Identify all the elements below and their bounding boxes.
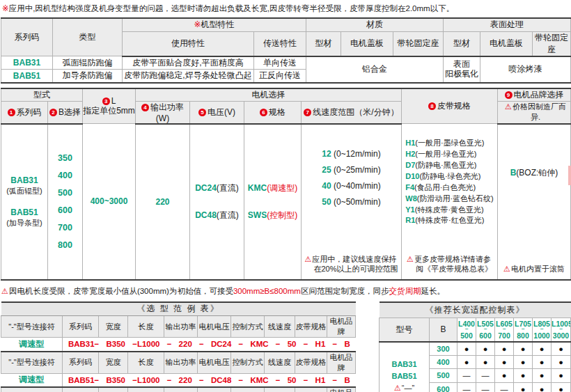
example-header-row: "-"型号连接符系列码 宽度长度 输出功率电机电压 控制方式线速度 皮带规格电机… (1, 387, 356, 392)
col-type: 类型 (53, 18, 123, 56)
catalog-spec-page: ※应用中,因机型结构强度及机身变型量的问题，选型时请勿超出负载及长宽,因皮带转弯… (0, 0, 571, 392)
length-range-cell: 400~3000 (83, 124, 136, 280)
col-belt-spec: 8皮带规格 (402, 88, 498, 124)
model-string: BAB51− B350 −L1000 − 220 − DC48 − KMC − … (63, 373, 356, 387)
ordering-table: 型式 3L 指定单位5mm 电机选择 8皮带规格 9电机品牌选择 1系列码 2B… (1, 88, 571, 281)
spec-cell: KMC(调速型) SWS(控制型) (244, 124, 302, 280)
circled-5-icon: 5 (198, 109, 206, 116)
type-value: 加导条防跑偏 (53, 70, 123, 83)
transfer-feature-value: 单向传送 (254, 56, 306, 70)
circled-6-icon: 6 (260, 109, 267, 116)
col-pulley-seat: 带轮固定座 (533, 31, 571, 56)
series-bab31: BAB31 (1, 175, 47, 187)
motor-brand-note: ⚠电机内置于滚筒 (503, 264, 565, 279)
col-voltage: 5电压(V) (190, 101, 244, 124)
col-length: 3L 指定单位5mm (83, 88, 136, 124)
col-b-select: 2B选择 (48, 101, 83, 124)
series-bab51: BAB51 (1, 207, 47, 219)
col-motor-cover: 电机盖板 (341, 31, 393, 56)
col-transfer-feature: 传送特性 (254, 31, 306, 56)
circled-2-icon: 2 (49, 109, 57, 116)
example-row-speed1: 调速型 BAB31− B350 −L1000 − 220 − DC24 − KM… (1, 338, 356, 352)
selection-example-table: 《选 型 范 例 表》 "-"型号连接符系列码 宽度长度 输出功率电机电压 控制… (1, 301, 356, 392)
recommend-header-row: 型号 B L400~500 L505~600 L605~700 L705~800… (380, 317, 571, 341)
belt-spec-note: ⚠更多皮带规格详情请参 阅《平皮带规格总表》 (407, 254, 492, 279)
col-series-code: 系列码 (1, 18, 53, 56)
group-surface-finish: 表面处理 (444, 18, 571, 31)
reference-mark-icon: ※ (194, 19, 201, 29)
group-motor-selection: 电机选择 (136, 88, 402, 102)
belt-width-note: ⚠因电机长度受限，皮带宽度最小值从(300mm)为初始值，可接受300mm≥B≤… (1, 286, 571, 297)
series-code-bab51: BAB51 (1, 70, 53, 83)
line-speed-note: ⚠应用中，建议线速度保持 在20%以上的可调控范围 (304, 254, 398, 279)
example-row-speed2: 调速型 BAB51− B350 −L1000 − 220 − DC48 − KM… (1, 373, 356, 387)
b-options-cell: 350 400 500 600 700 800 (48, 124, 83, 280)
col-series-code: 1系列码 (1, 101, 48, 124)
circled-4-icon: 4 (141, 104, 149, 111)
model-string: BAB31− B350 −L1000 − 220 − DC24 − KMC − … (63, 338, 356, 352)
col-use-feature: 使用特性 (123, 31, 254, 56)
line-speed-cell: 12 (0~12m/min) 25 (0~25m/min) 40 (0~40m/… (302, 124, 402, 280)
group-material: 材质 (306, 18, 444, 31)
recommend-size-table: 《推荐长宽适配控制表》 型号 B L400~500 L505~600 L605~… (379, 301, 571, 392)
col-line-speed: 7线速度范围（米/分钟） (302, 101, 402, 124)
material-value: 铝合金 (306, 56, 444, 83)
power-cell: 220 (136, 124, 190, 280)
col-spec: 6规格 (244, 101, 302, 124)
use-feature-value: 皮带防跑偏稳定,焊导条处轻微凸起 (123, 70, 254, 83)
circled-9-icon: 9 (505, 91, 513, 99)
top-note-text: 应用中,因机型结构强度及机身变型量的问题，选型时请勿超出负载及长宽,因皮带转弯半… (9, 4, 455, 13)
col-motor-brand: 9电机品牌选择 (498, 88, 571, 102)
group-model-format: 型式 (1, 88, 83, 102)
circled-1-icon: 1 (8, 109, 15, 116)
warning-icon: ⚠ (505, 102, 512, 111)
bottom-tables: 《选 型 范 例 表》 "-"型号连接符系列码 宽度长度 输出功率电机电压 控制… (1, 301, 571, 392)
recommend-table-title: 《推荐长宽适配控制表》 (380, 302, 571, 318)
warning-icon: ⚠ (394, 384, 401, 392)
col-profile: 型材 (306, 31, 341, 56)
surface-profile-value: 表面 阳极氧化 (444, 56, 480, 83)
example-table-title: 《选 型 范 例 表》 (1, 302, 356, 316)
motor-brand-cell: B(BOZ:铂仲) ⚠电机内置于滚筒 (498, 124, 571, 280)
transfer-feature-value: 正反向传送 (254, 70, 306, 83)
warning-icon: ⚠ (407, 255, 414, 263)
series-code-bab31: BAB31 (1, 56, 53, 70)
voltage-cell: DC24(直流) DC48(直流) (190, 124, 244, 280)
warning-icon: ⚠ (503, 265, 510, 273)
belt-spec-cell: H1(一般用·墨绿色亚光) H2(一般用·绿色亚光) D7(防静电·黑色亚光) … (402, 124, 498, 280)
page-edge-marker (568, 166, 571, 185)
example-header-row: "-"型号连接符系列码 宽度长度 输出功率电机电压 控制方式线速度 皮带规格电机… (1, 352, 356, 374)
warning-icon: ⚠ (1, 287, 8, 295)
top-usage-note: ※应用中,因机型结构强度及机身变型量的问题，选型时请勿超出负载及长宽,因皮带转弯… (0, 0, 571, 16)
col-output-power: 4输出功率(W) (136, 101, 190, 124)
group-machine-features: ※机型特性 (123, 18, 306, 31)
col-motor-cover: 电机盖板 (480, 31, 533, 56)
col-model: 型号 (380, 317, 430, 341)
col-pulley-seat: 带轮固定座 (393, 31, 444, 56)
brand-price-note: ⚠价格因制造厂而异. (498, 101, 571, 124)
use-feature-value: 皮带平面贴合度好,平面精度高 (123, 56, 254, 70)
model-label-cell: BAB31 BAB51 ⚠“—” 定制尺寸 (380, 342, 430, 392)
col-profile: 型材 (444, 31, 480, 56)
circled-8-icon: 8 (428, 102, 436, 110)
surface-paint-value: 喷涂烤漆 (480, 56, 571, 83)
warning-icon: ⚠ (304, 255, 311, 263)
circled-7-icon: 7 (304, 109, 311, 116)
series-spec-table: 系列码 类型 ※机型特性 材质 表面处理 使用特性 传送特性 型材 电机盖板 带… (1, 17, 571, 84)
series-options-cell: BAB31 (弧面辊型) BAB51 (加导条型) (1, 124, 48, 280)
reference-mark-icon: ※ (2, 4, 9, 13)
circled-3-icon: 3 (102, 97, 110, 105)
col-b: B (430, 317, 457, 341)
table-row: BAB31 弧面辊防跑偏 皮带平面贴合度好,平面精度高 单向传送 铝合金 表面 … (1, 56, 571, 70)
type-value: 弧面辊防跑偏 (53, 56, 123, 70)
recommend-row: BAB31 BAB51 ⚠“—” 定制尺寸 300 ● ● ● ● ● ● (380, 342, 571, 355)
example-header-row: "-"型号连接符系列码 宽度长度 输出功率电机电压 控制方式线速度 皮带规格电机… (1, 316, 356, 338)
